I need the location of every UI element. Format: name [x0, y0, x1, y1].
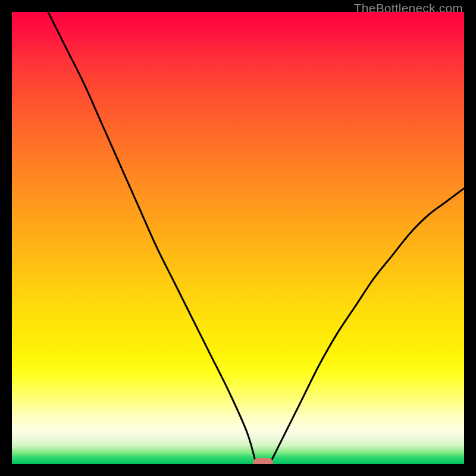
- curve-left-branch: [48, 12, 256, 464]
- bottleneck-curve: [12, 12, 464, 464]
- curve-right-branch: [270, 188, 464, 464]
- plot-area: [12, 12, 464, 464]
- chart-frame: TheBottleneck.com: [0, 0, 476, 476]
- minimum-marker: [253, 458, 273, 464]
